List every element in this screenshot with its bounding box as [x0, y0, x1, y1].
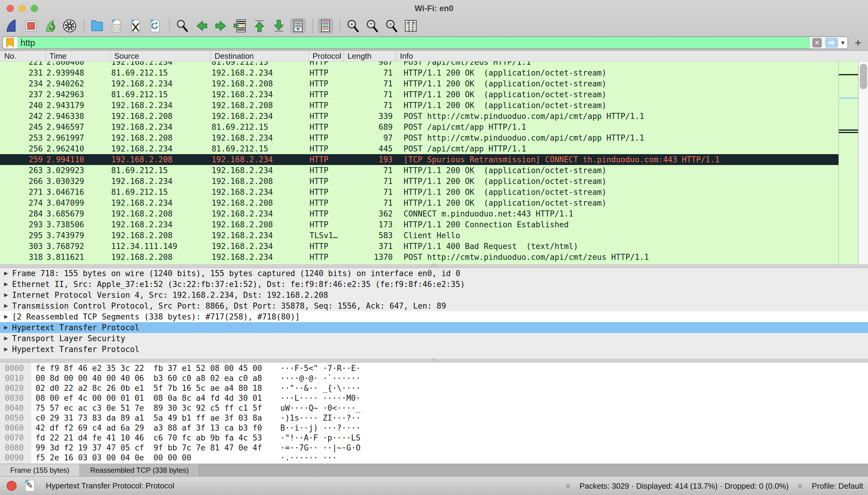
packet-row[interactable]: 2713.04671681.69.212.15192.168.2.234HTTP…: [0, 187, 838, 198]
detail-row[interactable]: ▶Transmission Control Protocol, Src Port…: [0, 301, 868, 311]
hex-row[interactable]: 004075 57 ec ac c3 0e 51 7e 89 30 3c 92 …: [0, 403, 868, 413]
tab-reassembled-tcp[interactable]: Reassembled TCP (338 bytes): [80, 464, 199, 476]
packet-list[interactable]: 2212.860460192.168.2.23481.69.212.15HTTP…: [0, 62, 838, 264]
close-file-button[interactable]: [128, 18, 143, 33]
go-to-packet-button[interactable]: [233, 18, 248, 33]
clear-filter-button[interactable]: ✕: [812, 38, 822, 48]
packet-cell-len: 1370: [344, 252, 396, 262]
packet-row[interactable]: 2452.946597192.168.2.23481.69.212.15HTTP…: [0, 122, 838, 133]
packet-row[interactable]: 2562.962410192.168.2.23481.69.212.15HTTP…: [0, 143, 838, 154]
go-forward-button[interactable]: [213, 18, 228, 33]
packet-row[interactable]: 2342.940262192.168.2.234192.168.2.208HTT…: [0, 78, 838, 89]
packet-row[interactable]: 2312.93994881.69.212.15192.168.2.234HTTP…: [0, 67, 838, 78]
zoom-in-button[interactable]: +: [345, 18, 360, 33]
col-header-no[interactable]: No.: [0, 51, 46, 61]
hex-row[interactable]: 0070fd 22 21 d4 fe 41 10 46 c6 70 fc ab …: [0, 433, 868, 443]
packet-row[interactable]: 2422.946338192.168.2.208192.168.2.234HTT…: [0, 111, 838, 122]
detail-row[interactable]: ▶Frame 718: 155 bytes on wire (1240 bits…: [0, 268, 868, 279]
expand-arrow-icon[interactable]: ▶: [0, 322, 12, 333]
filter-history-caret[interactable]: ▾: [841, 39, 845, 47]
detail-row[interactable]: ▶Hypertext Transfer Protocol: [0, 322, 868, 333]
display-filter-field[interactable]: ✕ ▾: [2, 36, 848, 49]
titlebar[interactable]: Wi-Fi: en0: [0, 0, 868, 17]
expert-info-icon[interactable]: [6, 481, 17, 491]
expand-arrow-icon[interactable]: ▶: [0, 279, 12, 290]
packet-cell-dst: 81.69.212.15: [211, 143, 309, 154]
stop-capture-button[interactable]: [23, 18, 38, 33]
restart-capture-button[interactable]: [43, 18, 58, 33]
hex-row[interactable]: 006042 df f2 69 c4 ad 6a 29 a3 88 af 3f …: [0, 423, 868, 433]
auto-scroll-button[interactable]: [291, 18, 306, 33]
filter-valid-area[interactable]: [17, 37, 810, 49]
packet-row[interactable]: 2933.738506192.168.2.234192.168.2.208HTT…: [0, 219, 838, 230]
tab-frame[interactable]: Frame (155 bytes): [0, 464, 80, 476]
packet-row[interactable]: 2843.685679192.168.2.208192.168.2.234HTT…: [0, 208, 838, 219]
add-filter-button-button[interactable]: +: [855, 37, 862, 48]
detail-row[interactable]: ▶Hypertext Transfer Protocol: [0, 344, 868, 355]
packet-cell-src: 81.69.212.15: [111, 187, 211, 198]
detail-row[interactable]: ▶Transport Layer Security: [0, 333, 868, 344]
hex-row[interactable]: 008099 3d f2 19 37 47 05 cf 9f bb 7c 7e …: [0, 443, 868, 453]
packet-row[interactable]: 2953.743979192.168.2.208192.168.2.234TLS…: [0, 230, 838, 241]
window-title: Wi-Fi: en0: [0, 4, 868, 13]
go-first-button[interactable]: [252, 18, 267, 33]
zoom-original-button[interactable]: =: [384, 18, 399, 33]
bookmark-icon[interactable]: [6, 38, 14, 48]
expand-arrow-icon[interactable]: ▶: [0, 333, 12, 344]
packet-list-scrollbar[interactable]: [858, 62, 868, 264]
hex-row[interactable]: 0050c0 29 31 73 83 da 89 a1 5a 49 b1 ff …: [0, 413, 868, 423]
apply-filter-button[interactable]: [825, 38, 838, 48]
packet-row[interactable]: 3033.768792112.34.111.149192.168.2.234HT…: [0, 241, 838, 252]
detail-row[interactable]: ▶[2 Reassembled TCP Segments (338 bytes)…: [0, 311, 868, 322]
hex-row[interactable]: 001000 8d 00 00 40 00 40 06 b3 60 c0 a8 …: [0, 373, 868, 383]
pane-splitter[interactable]: [0, 359, 868, 362]
go-back-button[interactable]: [194, 18, 209, 33]
hex-row[interactable]: 002002 d0 22 a2 8c 26 0b e1 5f 7b 16 5c …: [0, 383, 868, 393]
packet-row[interactable]: 2212.860460192.168.2.23481.69.212.15HTTP…: [0, 62, 838, 67]
expand-arrow-icon[interactable]: ▶: [0, 311, 12, 322]
detail-row[interactable]: ▶Ethernet II, Src: Apple_37:e1:52 (3c:22…: [0, 279, 868, 290]
col-header-protocol[interactable]: Protocol: [309, 51, 344, 61]
capture-comment-icon[interactable]: ✎: [25, 480, 34, 491]
find-packet-button[interactable]: [175, 18, 190, 33]
col-header-time[interactable]: Time: [46, 51, 111, 61]
packet-row[interactable]: 2633.02992381.69.212.15192.168.2.234HTTP…: [0, 165, 838, 176]
hex-row[interactable]: 0000fe f9 8f 46 e2 35 3c 22 fb 37 e1 52 …: [0, 363, 868, 373]
packet-row[interactable]: 2402.943179192.168.2.234192.168.2.208HTT…: [0, 100, 838, 111]
hex-row[interactable]: 0090f5 2e 16 03 03 00 04 0e 00 00 00·.··…: [0, 453, 868, 463]
col-header-length[interactable]: Length: [344, 51, 396, 61]
save-file-button[interactable]: 010100110101110: [109, 18, 124, 33]
expand-arrow-icon[interactable]: ▶: [0, 268, 12, 279]
display-filter-input[interactable]: [17, 38, 810, 48]
packet-bytes-pane[interactable]: 0000fe f9 8f 46 e2 35 3c 22 fb 37 e1 52 …: [0, 362, 868, 464]
packet-row[interactable]: 2663.030329192.168.2.234192.168.2.208HTT…: [0, 176, 838, 187]
packet-row[interactable]: 3183.811621192.168.2.208192.168.2.234HTT…: [0, 252, 838, 262]
col-header-source[interactable]: Source: [111, 51, 211, 61]
packet-cell-proto: HTTP: [309, 208, 344, 219]
packet-cell-proto: TLSv1…: [309, 230, 344, 241]
col-header-destination[interactable]: Destination: [211, 51, 309, 61]
expand-arrow-icon[interactable]: ▶: [0, 290, 12, 301]
expand-arrow-icon[interactable]: ▶: [0, 301, 12, 311]
packet-row[interactable]: 2592.994110192.168.2.208192.168.2.234HTT…: [0, 154, 838, 165]
zoom-out-button[interactable]: −: [365, 18, 380, 33]
packet-row[interactable]: 2372.94296381.69.212.15192.168.2.234HTTP…: [0, 89, 838, 100]
go-last-button[interactable]: [271, 18, 286, 33]
packet-row[interactable]: 2743.047099192.168.2.234192.168.2.208HTT…: [0, 198, 838, 208]
resize-columns-button[interactable]: [403, 18, 418, 33]
reload-file-button[interactable]: [147, 18, 162, 33]
start-capture-button[interactable]: [4, 18, 19, 33]
packet-map[interactable]: [838, 62, 858, 264]
pane-splitter[interactable]: [0, 264, 868, 268]
capture-options-button[interactable]: [62, 18, 77, 33]
open-file-button[interactable]: [89, 18, 104, 33]
colorize-button[interactable]: [318, 18, 333, 33]
packet-details-pane[interactable]: ▶Frame 718: 155 bytes on wire (1240 bits…: [0, 268, 868, 359]
detail-row[interactable]: ▶Internet Protocol Version 4, Src: 192.1…: [0, 290, 868, 301]
packet-row[interactable]: 2532.961997192.168.2.208192.168.2.234HTT…: [0, 133, 838, 143]
profile-label[interactable]: Profile: Default: [812, 481, 863, 491]
hex-row[interactable]: 003008 00 ef 4c 00 00 01 01 08 0a 8c a4 …: [0, 393, 868, 403]
scrollbar-thumb[interactable]: [860, 64, 867, 89]
expand-arrow-icon[interactable]: ▶: [0, 344, 12, 355]
col-header-info[interactable]: Info: [396, 51, 868, 61]
